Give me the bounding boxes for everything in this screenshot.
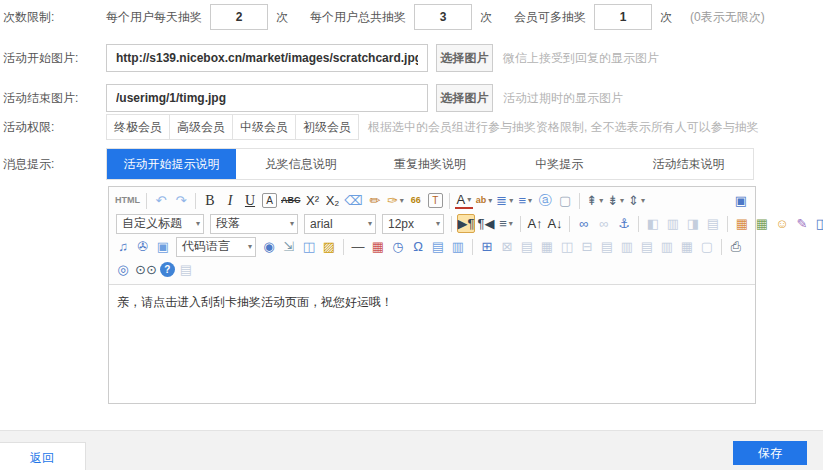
message-tab[interactable]: 重复抽奖说明 (365, 149, 494, 179)
unordered-list-icon[interactable]: ≡▾ (516, 192, 534, 210)
table-title-icon[interactable]: ▦ (538, 238, 556, 256)
font-family-select[interactable]: arial▾ (304, 214, 376, 234)
toolbar-separator (638, 216, 639, 232)
code-language-select[interactable]: 代码语言▾ (176, 237, 256, 257)
delete-row-icon[interactable]: ▤ (638, 238, 656, 256)
delete-table-icon[interactable]: ⊠ (498, 238, 516, 256)
message-tab[interactable]: 兑奖信息说明 (236, 149, 365, 179)
ordered-list-icon[interactable]: ≣▾ (495, 192, 514, 210)
print-icon[interactable]: ⎙ (727, 238, 745, 256)
strikethrough-icon[interactable]: ABC (280, 192, 302, 210)
member-option-button[interactable]: 中级会员 (232, 114, 296, 140)
indent-first-line-icon[interactable]: ⇞▾ (585, 192, 604, 210)
horizontal-rule-icon[interactable]: — (349, 238, 367, 256)
map-icon[interactable]: ◉ (260, 238, 278, 256)
subscript-icon[interactable]: X₂ (324, 192, 342, 210)
per-day-input[interactable] (210, 4, 268, 30)
help-icon[interactable]: ? (160, 262, 175, 277)
paragraph-spacing-icon[interactable]: ⇟▾ (606, 192, 625, 210)
underline-icon[interactable]: U (241, 192, 259, 210)
message-tab[interactable]: 活动结束说明 (624, 149, 753, 179)
limit-note: (0表示无限次) (690, 9, 765, 26)
custom-title-select[interactable]: 自定义标题▾ (116, 214, 204, 234)
total-input[interactable] (414, 4, 472, 30)
message-tab[interactable]: 中奖提示 (495, 149, 624, 179)
member-option-button[interactable]: 高级会员 (169, 114, 233, 140)
columns-icon[interactable]: ◫ (300, 238, 318, 256)
source-code-icon[interactable]: HTML (114, 192, 141, 210)
insert-image-icon[interactable]: ▦ (733, 215, 751, 233)
fullscreen-icon[interactable]: ▣ (732, 192, 750, 210)
insert-code-icon[interactable]: ▣ (154, 238, 172, 256)
back-button[interactable]: 返回 (0, 442, 86, 470)
increase-font-icon[interactable]: A↑ (526, 215, 544, 233)
superscript-icon[interactable]: X² (304, 192, 322, 210)
date-icon[interactable]: ▦ (369, 238, 387, 256)
ltr-icon[interactable]: ▶¶ (457, 214, 475, 233)
new-document-icon[interactable]: ▢ (556, 192, 574, 210)
member-option-button[interactable]: 初级会员 (295, 114, 359, 140)
full-table-icon[interactable]: ▦ (678, 238, 696, 256)
bordered-text-icon[interactable]: A (262, 193, 277, 208)
paste-text-icon[interactable]: T (428, 193, 443, 208)
member-extra-input[interactable] (594, 4, 652, 30)
merge-cells-icon[interactable]: ◫ (558, 238, 576, 256)
anchor-tag-icon[interactable]: ⓐ (536, 192, 554, 210)
music-icon[interactable]: ♫ (114, 238, 132, 256)
decrease-font-icon[interactable]: A↓ (546, 215, 564, 233)
quick-format-icon[interactable]: ▥ (449, 238, 467, 256)
save-button[interactable]: 保存 (733, 441, 807, 465)
image-manager-icon[interactable]: ▦ (753, 215, 771, 233)
video-icon[interactable]: ◫ (813, 215, 823, 233)
redo-icon[interactable]: ↷ (172, 192, 190, 210)
image-float-left-icon[interactable]: ◧ (644, 215, 662, 233)
preview-icon[interactable]: ◎ (114, 261, 132, 279)
special-char-icon[interactable]: Ω (409, 238, 427, 256)
unlink-icon[interactable]: ∞ (595, 215, 613, 233)
line-height-icon[interactable]: ⇕▾ (627, 192, 646, 210)
message-tab[interactable]: 活动开始提示说明 (107, 149, 236, 179)
end-image-input[interactable] (106, 84, 428, 112)
paragraph-select[interactable]: 段落▾ (210, 214, 298, 234)
italic-icon[interactable]: I (221, 192, 239, 210)
time-icon[interactable]: ◷ (389, 238, 407, 256)
font-size-select[interactable]: 12px▾ (382, 214, 444, 234)
highlight-color-icon[interactable]: ab▾ (475, 192, 494, 210)
link-icon[interactable]: ∞ (575, 215, 593, 233)
image-inline-icon[interactable]: ▥ (664, 215, 682, 233)
toolbar-separator (520, 216, 521, 232)
start-image-pick-button[interactable]: 选择图片 (436, 44, 493, 72)
member-option-button[interactable]: 终极会员 (106, 114, 170, 140)
insert-table-icon[interactable]: ⊞ (478, 238, 496, 256)
attachment-icon[interactable]: ✇ (134, 238, 152, 256)
font-color-icon[interactable]: A▾ (455, 193, 473, 209)
remove-format-icon[interactable]: ⌫ (344, 192, 364, 210)
end-image-pick-button[interactable]: 选择图片 (436, 84, 493, 112)
table-caption-icon[interactable]: ▤ (518, 238, 536, 256)
image-float-right-icon[interactable]: ◨ (684, 215, 702, 233)
snapshot-icon[interactable]: ▨ (320, 238, 338, 256)
pagebreak-icon[interactable]: ⇲ (280, 238, 298, 256)
doc-template-icon[interactable]: ▢ (698, 238, 716, 256)
undo-icon[interactable]: ↶ (152, 192, 170, 210)
bold-icon[interactable]: B (201, 192, 219, 210)
image-center-icon[interactable]: ▤ (704, 215, 722, 233)
start-image-input[interactable] (106, 44, 428, 72)
format-brush-icon[interactable]: ✏ (366, 192, 384, 210)
chart-icon[interactable]: ▤ (429, 238, 447, 256)
toolbar-separator (195, 193, 196, 209)
emoji-icon[interactable]: ☺ (773, 215, 791, 233)
format-painter-icon[interactable]: ✑▾ (386, 192, 405, 210)
editor-content[interactable]: 亲，请点击进入刮刮卡抽奖活动页面，祝您好运哦！ (109, 285, 755, 407)
anchor-icon[interactable]: ⚓ (615, 215, 633, 233)
rtl-icon[interactable]: ¶◀ (477, 215, 495, 233)
blockquote-icon[interactable]: 66 (407, 192, 425, 210)
scrawl-icon[interactable]: ✎ (793, 215, 811, 233)
delete-col-icon[interactable]: ▥ (658, 238, 676, 256)
insert-col-icon[interactable]: ▥ (618, 238, 636, 256)
paste-icon[interactable]: ▤ (177, 261, 195, 279)
split-cell-icon[interactable]: ⊟ (578, 238, 596, 256)
align-icon[interactable]: ≡▾ (497, 215, 515, 233)
find-replace-icon[interactable]: ⊙⊙ (134, 261, 158, 279)
insert-row-icon[interactable]: ▤ (598, 238, 616, 256)
